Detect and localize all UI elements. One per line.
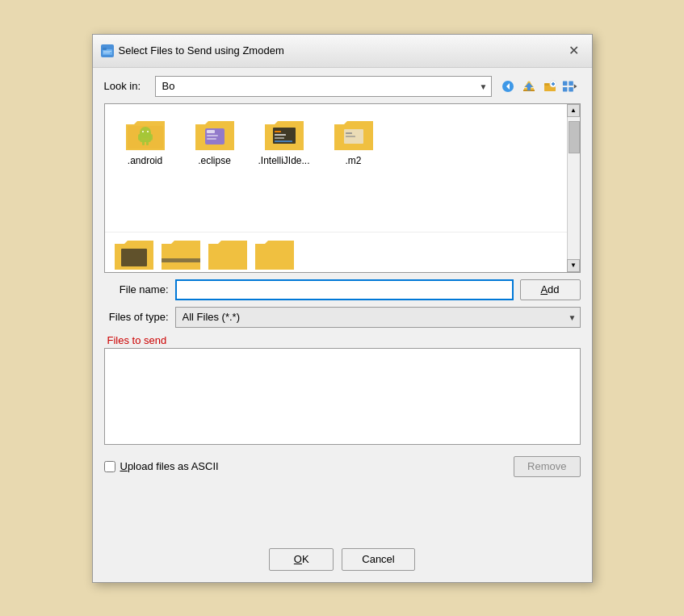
- cancel-button[interactable]: Cancel: [342, 548, 414, 571]
- file-browser: .android .eclipse: [104, 103, 581, 273]
- scroll-track: [568, 117, 580, 259]
- files-of-type-row: Files of type: All Files (*.*) ▼: [104, 307, 581, 328]
- scroll-thumb[interactable]: [569, 121, 580, 153]
- add-button-label: Add: [540, 283, 559, 295]
- folder-intellij-name: .IntelliJIde...: [258, 155, 309, 166]
- svg-rect-46: [275, 134, 286, 136]
- title-bar-left: Select Files to Send using Zmodem: [101, 44, 284, 57]
- svg-rect-41: [207, 138, 216, 140]
- svg-rect-59: [162, 258, 200, 262]
- svg-rect-58: [162, 244, 200, 270]
- scroll-down-button[interactable]: ▼: [567, 259, 580, 272]
- svg-rect-56: [121, 249, 147, 266]
- svg-rect-61: [208, 244, 247, 270]
- file-name-label: File name:: [104, 283, 169, 295]
- svg-rect-32: [142, 140, 145, 145]
- svg-rect-40: [207, 135, 218, 136]
- svg-rect-53: [346, 136, 355, 137]
- svg-rect-3: [103, 51, 111, 52]
- remove-button[interactable]: Remove: [514, 456, 580, 477]
- svg-rect-39: [207, 130, 215, 133]
- dialog-icon: [101, 44, 114, 57]
- folder-m2-name: .m2: [345, 155, 361, 166]
- svg-rect-47: [275, 137, 284, 139]
- upload-ascii-checkbox[interactable]: [104, 461, 115, 472]
- dialog-title: Select Files to Send using Zmodem: [119, 44, 284, 57]
- title-bar: Select Files to Send using Zmodem ✕: [93, 35, 592, 68]
- svg-rect-33: [146, 140, 149, 145]
- look-in-label: Look in:: [104, 80, 149, 92]
- upload-ascii-checkbox-label[interactable]: Upload files as ASCII: [104, 460, 219, 472]
- partial-folder-1[interactable]: [113, 236, 155, 271]
- look-in-select-wrapper[interactable]: Bo ▼: [155, 76, 492, 97]
- partial-folders-row: [105, 232, 567, 272]
- add-button[interactable]: Add: [520, 279, 581, 300]
- scrollbar[interactable]: ▲ ▼: [567, 104, 580, 272]
- file-name-row: File name: Add: [104, 279, 581, 300]
- close-button[interactable]: ✕: [564, 41, 584, 61]
- files-of-type-wrapper[interactable]: All Files (*.*) ▼: [175, 307, 581, 328]
- file-dialog: Select Files to Send using Zmodem ✕ Look…: [92, 34, 593, 583]
- partial-folder-4[interactable]: [254, 236, 296, 271]
- ok-button[interactable]: OK: [269, 548, 334, 571]
- look-in-select[interactable]: Bo: [156, 77, 491, 96]
- folder-android-name: .android: [128, 155, 162, 166]
- svg-point-35: [147, 131, 149, 132]
- bottom-row: Upload files as ASCII Remove: [104, 451, 581, 480]
- svg-rect-31: [149, 134, 153, 140]
- svg-marker-24: [574, 84, 577, 89]
- dialog-body: Look in: Bo ▼: [93, 68, 592, 542]
- files-to-send-label: Files to send: [107, 334, 581, 346]
- dialog-footer: OK Cancel: [93, 542, 592, 582]
- svg-rect-30: [138, 134, 141, 140]
- nav-view-button[interactable]: [561, 77, 581, 96]
- file-name-input[interactable]: [175, 279, 514, 300]
- nav-new-folder-button[interactable]: [540, 77, 560, 96]
- svg-rect-1: [103, 49, 112, 55]
- nav-back-button[interactable]: [498, 77, 518, 96]
- svg-point-34: [142, 131, 144, 132]
- toolbar-icons: [498, 77, 581, 96]
- svg-rect-29: [140, 132, 151, 142]
- svg-rect-52: [346, 132, 352, 134]
- scroll-up-button[interactable]: ▲: [567, 104, 580, 117]
- svg-rect-63: [255, 244, 294, 270]
- svg-rect-22: [562, 86, 567, 91]
- files-of-type-label: Files of type:: [104, 311, 169, 323]
- svg-rect-19: [552, 83, 555, 85]
- svg-rect-20: [562, 81, 567, 86]
- svg-rect-48: [275, 140, 292, 142]
- look-in-row: Look in: Bo ▼: [104, 76, 581, 97]
- svg-rect-4: [103, 52, 110, 53]
- nav-up-button[interactable]: [519, 77, 539, 96]
- partial-folder-3[interactable]: [207, 236, 249, 271]
- files-to-send-section: Files to send: [104, 334, 581, 445]
- svg-rect-2: [103, 48, 107, 50]
- svg-rect-45: [275, 131, 281, 132]
- files-of-type-select[interactable]: All Files (*.*): [176, 308, 580, 327]
- folder-eclipse-name: .eclipse: [198, 155, 231, 166]
- ok-button-label: OK: [294, 553, 309, 565]
- partial-folder-2[interactable]: [160, 236, 202, 271]
- files-to-send-box: [104, 348, 581, 445]
- svg-rect-16: [544, 83, 549, 86]
- upload-ascii-text: Upload files as ASCII: [120, 460, 219, 472]
